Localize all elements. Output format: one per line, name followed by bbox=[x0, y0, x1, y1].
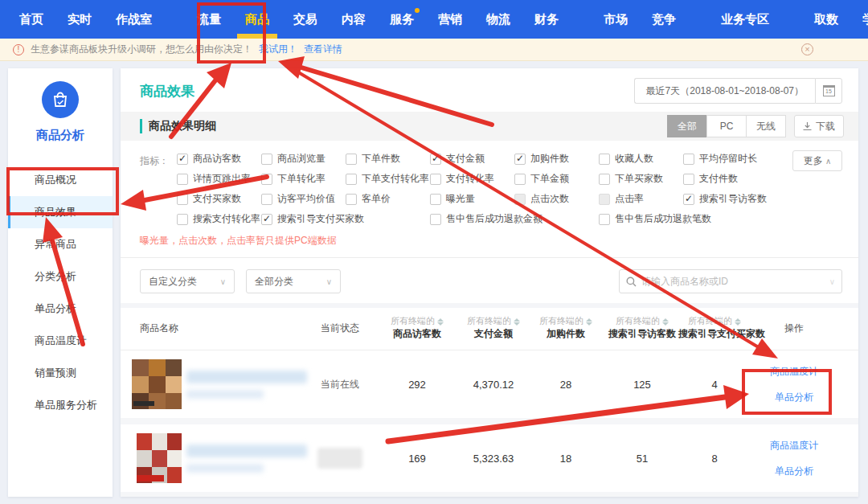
metric-checkbox[interactable]: 加购件数 bbox=[514, 152, 599, 166]
table-row: 当前在线 292 4,370.12 28 125 4 商品温度计 单品分析 bbox=[121, 350, 858, 424]
metric-checkbox[interactable]: 搜索引导支付买家数 bbox=[261, 212, 430, 226]
nav-item-finance[interactable]: 财务 bbox=[533, 1, 560, 39]
metric-checkbox[interactable]: 下单转化率 bbox=[261, 172, 346, 186]
select-value: 全部分类 bbox=[255, 275, 293, 289]
metric-checkbox[interactable]: 收藏人数 bbox=[599, 152, 683, 166]
nav-item-warroom[interactable]: 作战室 bbox=[114, 1, 154, 39]
metric-checkbox[interactable]: 商品访客数 bbox=[177, 152, 261, 166]
metric-checkbox[interactable]: 平均停留时长 bbox=[683, 152, 768, 166]
metric-checkbox[interactable]: 曝光量 bbox=[430, 192, 514, 206]
sidebar-item-item-analysis[interactable]: 单品分析 bbox=[8, 293, 113, 325]
filter-bar: 自定义分类∨ 全部分类∨ ∨ bbox=[121, 258, 858, 303]
sort-icon[interactable] bbox=[437, 318, 444, 326]
metric-checkbox[interactable]: 搜索支付转化率 bbox=[177, 212, 261, 226]
cell-search-buyers: 4 bbox=[678, 379, 751, 391]
nav-item-logistics[interactable]: 物流 bbox=[485, 1, 512, 39]
checkbox-icon bbox=[430, 154, 441, 165]
tab-wireless[interactable]: 无线 bbox=[746, 115, 786, 137]
sort-icon[interactable] bbox=[662, 318, 669, 326]
cell-cart-adds: 18 bbox=[526, 453, 606, 465]
nav-item-data-fetch[interactable]: 取数 bbox=[813, 1, 840, 39]
metric-label: 售中售后成功退款金额 bbox=[446, 212, 542, 226]
metric-checkbox[interactable]: 点击次数 bbox=[514, 192, 599, 206]
nav-item-content[interactable]: 内容 bbox=[340, 1, 367, 39]
nav-item-business-zone[interactable]: 业务专区 bbox=[719, 1, 771, 39]
download-label: 下载 bbox=[816, 120, 835, 133]
nav-item-home[interactable]: 首页 bbox=[18, 1, 45, 39]
metric-checkbox[interactable]: 支付金额 bbox=[430, 152, 514, 166]
nav-item-market[interactable]: 市场 bbox=[602, 1, 629, 39]
info-circle-icon: ! bbox=[13, 44, 24, 55]
nav-item-academy[interactable]: 学院 bbox=[861, 1, 868, 39]
date-range-selector[interactable]: 最近7天（2018-08-01~2018-08-07） bbox=[634, 78, 815, 104]
metric-checkbox[interactable]: 点击率 bbox=[599, 192, 683, 206]
metric-checkbox[interactable]: 搜索引导访客数 bbox=[683, 192, 768, 206]
metric-checkbox[interactable]: 访客平均价值 bbox=[261, 192, 346, 206]
sidebar-item-product-thermometer[interactable]: 商品温度计 bbox=[8, 325, 113, 357]
item-analysis-link[interactable]: 单品分析 bbox=[775, 391, 813, 404]
sidebar-item-category-analysis[interactable]: 分类分析 bbox=[8, 260, 113, 293]
metric-label: 支付金额 bbox=[446, 152, 485, 166]
tab-all-terminals[interactable]: 全部 bbox=[667, 115, 707, 137]
nav-item-trade[interactable]: 交易 bbox=[292, 1, 319, 39]
product-thermometer-link[interactable]: 商品温度计 bbox=[770, 439, 818, 453]
sidebar: 商品分析 商品概况 商品效果 异常商品 分类分析 单品分析 商品温度计 销量预测… bbox=[8, 68, 113, 497]
sidebar-item-abnormal-products[interactable]: 异常商品 bbox=[8, 228, 113, 260]
tab-pc[interactable]: PC bbox=[706, 115, 747, 137]
nav-item-product[interactable]: 商品 bbox=[244, 1, 271, 39]
metric-checkbox[interactable]: 下单买家数 bbox=[599, 172, 683, 186]
sort-icon[interactable] bbox=[586, 318, 592, 326]
chevron-down-icon: ∨ bbox=[326, 277, 332, 286]
metric-checkbox[interactable]: 下单件数 bbox=[346, 152, 430, 166]
metric-checkbox[interactable]: 下单支付转化率 bbox=[346, 172, 430, 186]
table-header: 商品名称 当前状态 所有终端的 商品访客数 所有终端的 支付金额 所有终端的 加… bbox=[121, 308, 858, 350]
item-analysis-link[interactable]: 单品分析 bbox=[775, 465, 813, 478]
sidebar-item-product-overview[interactable]: 商品概况 bbox=[8, 164, 113, 196]
terminal-tabs: 全部 PC 无线 bbox=[668, 115, 786, 137]
more-button[interactable]: 更多 ∧ bbox=[792, 150, 842, 171]
sidebar-item-item-service-analysis[interactable]: 单品服务分析 bbox=[8, 389, 113, 421]
close-icon[interactable]: × bbox=[801, 43, 813, 55]
metric-label: 商品浏览量 bbox=[277, 152, 326, 166]
sidebar-item-sales-forecast[interactable]: 销量预测 bbox=[8, 357, 113, 389]
checkbox-icon bbox=[346, 174, 357, 185]
search-input[interactable] bbox=[641, 276, 825, 287]
download-button[interactable]: 下载 bbox=[794, 115, 844, 137]
notice-bar: ! 生意参谋商品板块升级小调研，想怎么用由你决定！ 我试用！ 查看详情 × bbox=[0, 39, 868, 61]
metric-checkbox[interactable]: 支付件数 bbox=[683, 172, 768, 186]
nav-item-competition[interactable]: 竞争 bbox=[650, 1, 678, 39]
product-thermometer-link[interactable]: 商品温度计 bbox=[770, 365, 818, 379]
sort-icon[interactable] bbox=[514, 318, 520, 326]
metric-label: 下单金额 bbox=[530, 172, 569, 186]
checkbox-icon bbox=[177, 154, 188, 165]
metric-label: 客单价 bbox=[362, 192, 391, 206]
metric-checkbox[interactable]: 商品浏览量 bbox=[261, 152, 346, 166]
all-category-select[interactable]: 全部分类∨ bbox=[246, 269, 341, 293]
sidebar-title: 商品分析 bbox=[8, 128, 113, 143]
metric-checkbox[interactable]: 下单金额 bbox=[514, 172, 599, 186]
nav-item-marketing[interactable]: 营销 bbox=[436, 1, 464, 39]
metric-checkbox[interactable]: 支付转化率 bbox=[430, 172, 514, 186]
notice-cta-link[interactable]: 我试用！ bbox=[259, 43, 297, 56]
chevron-down-icon: ∨ bbox=[220, 277, 226, 286]
nav-item-traffic[interactable]: 流量 bbox=[195, 1, 223, 39]
metric-checkbox[interactable]: 支付买家数 bbox=[177, 192, 261, 206]
nav-item-service[interactable]: 服务 bbox=[388, 1, 416, 39]
custom-category-select[interactable]: 自定义分类∨ bbox=[140, 269, 235, 293]
nav-item-realtime[interactable]: 实时 bbox=[66, 1, 93, 39]
checkbox-icon bbox=[599, 214, 610, 225]
sort-icon[interactable] bbox=[735, 318, 741, 326]
metric-checkbox[interactable]: 详情页跳出率 bbox=[177, 172, 261, 186]
download-icon bbox=[803, 122, 812, 131]
status-text: 当前在线 bbox=[321, 379, 359, 390]
metric-checkbox[interactable]: 客单价 bbox=[346, 192, 430, 206]
calendar-icon[interactable]: 15 bbox=[815, 78, 842, 104]
checkbox-icon bbox=[599, 174, 610, 185]
notice-detail-link[interactable]: 查看详情 bbox=[304, 43, 342, 56]
checkbox-icon bbox=[599, 194, 610, 205]
metric-label: 支付转化率 bbox=[446, 172, 494, 186]
metric-checkbox[interactable]: 售中售后成功退款金额 bbox=[430, 212, 599, 226]
metric-checkbox[interactable]: 售中售后成功退款笔数 bbox=[599, 212, 768, 226]
checkbox-icon bbox=[261, 214, 272, 225]
sidebar-item-product-effect[interactable]: 商品效果 bbox=[8, 196, 113, 228]
